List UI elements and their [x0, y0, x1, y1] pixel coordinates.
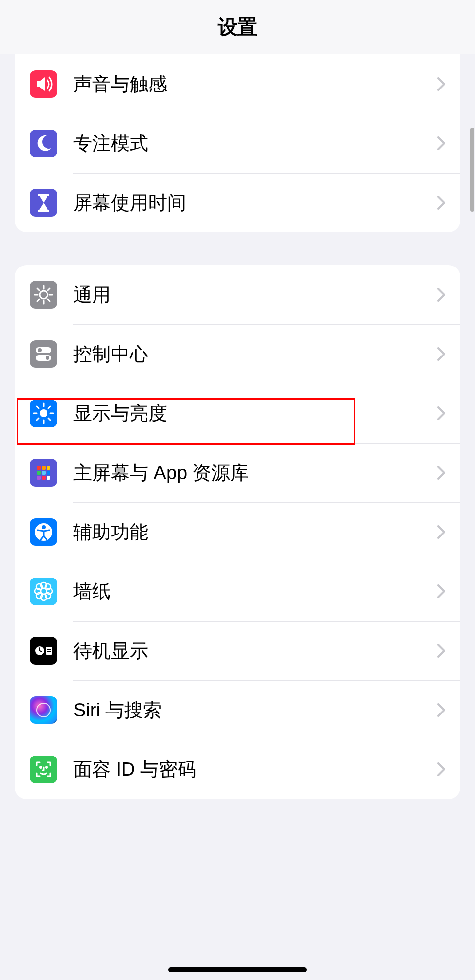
settings-row-hourglass[interactable]: 屏幕使用时间 — [15, 173, 460, 232]
svg-rect-21 — [47, 471, 50, 475]
header-bar: 设置 — [0, 0, 475, 54]
svg-point-6 — [46, 356, 49, 360]
row-label: 面容 ID 与密码 — [73, 757, 437, 782]
accessibility-icon — [30, 518, 57, 546]
svg-point-42 — [46, 767, 48, 768]
flower-icon — [30, 578, 57, 605]
switches-icon — [30, 340, 57, 368]
row-label: 专注模式 — [73, 131, 437, 156]
scrollbar-thumb[interactable] — [470, 128, 474, 212]
svg-line-15 — [37, 418, 39, 420]
row-label: 通用 — [73, 282, 437, 308]
svg-line-12 — [37, 406, 39, 408]
svg-point-40 — [37, 703, 50, 717]
faceid-icon — [30, 756, 57, 783]
chevron-right-icon — [437, 466, 445, 480]
row-label: 待机显示 — [73, 638, 437, 664]
svg-rect-17 — [42, 466, 46, 470]
chevron-right-icon — [437, 762, 445, 776]
svg-rect-37 — [46, 647, 52, 655]
svg-rect-0 — [38, 194, 49, 196]
sun-icon — [30, 400, 57, 427]
svg-line-13 — [48, 418, 50, 420]
chevron-right-icon — [437, 584, 445, 598]
settings-row-sun[interactable]: 显示与亮度 — [15, 384, 460, 443]
page-title: 设置 — [218, 13, 257, 41]
svg-point-26 — [42, 525, 46, 529]
svg-point-4 — [38, 348, 42, 352]
row-label: 屏幕使用时间 — [73, 190, 437, 216]
svg-rect-24 — [47, 476, 50, 480]
row-label: 控制中心 — [73, 342, 437, 367]
svg-rect-16 — [37, 466, 41, 470]
chevron-right-icon — [437, 136, 445, 150]
settings-row-grid[interactable]: 主屏幕与 App 资源库 — [15, 443, 460, 502]
row-label: 显示与亮度 — [73, 401, 437, 426]
settings-row-standby[interactable]: 待机显示 — [15, 621, 460, 680]
svg-rect-20 — [42, 471, 46, 475]
siri-icon — [30, 696, 57, 724]
chevron-right-icon — [437, 77, 445, 91]
svg-line-14 — [48, 406, 50, 408]
svg-point-2 — [40, 291, 48, 299]
settings-row-accessibility[interactable]: 辅助功能 — [15, 502, 460, 562]
chevron-right-icon — [437, 347, 445, 361]
chevron-right-icon — [437, 406, 445, 420]
row-label: 墙纸 — [73, 579, 437, 604]
row-label: Siri 与搜索 — [73, 698, 437, 723]
svg-rect-23 — [42, 476, 46, 480]
row-label: 声音与触感 — [73, 72, 437, 97]
chevron-right-icon — [437, 525, 445, 539]
row-label: 主屏幕与 App 资源库 — [73, 460, 437, 486]
svg-rect-19 — [37, 471, 41, 475]
chevron-right-icon — [437, 288, 445, 302]
chevron-right-icon — [437, 644, 445, 658]
settings-row-flower[interactable]: 墙纸 — [15, 562, 460, 621]
svg-rect-18 — [47, 466, 50, 470]
settings-content: 声音与触感专注模式屏幕使用时间 通用控制中心显示与亮度主屏幕与 App 资源库辅… — [0, 54, 475, 799]
settings-row-moon[interactable]: 专注模式 — [15, 114, 460, 173]
row-label: 辅助功能 — [73, 520, 437, 545]
chevron-right-icon — [437, 703, 445, 717]
settings-row-gear[interactable]: 通用 — [15, 265, 460, 324]
chevron-right-icon — [437, 196, 445, 210]
svg-rect-1 — [38, 210, 49, 212]
settings-row-sound[interactable]: 声音与触感 — [15, 54, 460, 114]
settings-row-siri[interactable]: Siri 与搜索 — [15, 680, 460, 740]
svg-point-41 — [40, 767, 42, 768]
settings-group-2: 通用控制中心显示与亮度主屏幕与 App 资源库辅助功能墙纸待机显示Siri 与搜… — [15, 265, 460, 799]
svg-point-7 — [40, 409, 48, 417]
home-indicator[interactable] — [168, 967, 307, 972]
moon-icon — [30, 130, 57, 157]
settings-group-1: 声音与触感专注模式屏幕使用时间 — [15, 54, 460, 232]
sound-icon — [30, 70, 57, 98]
grid-icon — [30, 459, 57, 487]
hourglass-icon — [30, 189, 57, 217]
gear-icon — [30, 281, 57, 309]
svg-rect-22 — [37, 476, 41, 480]
annotation-arrow — [0, 832, 475, 980]
settings-row-faceid[interactable]: 面容 ID 与密码 — [15, 740, 460, 799]
settings-row-switches[interactable]: 控制中心 — [15, 324, 460, 384]
standby-icon — [30, 637, 57, 665]
